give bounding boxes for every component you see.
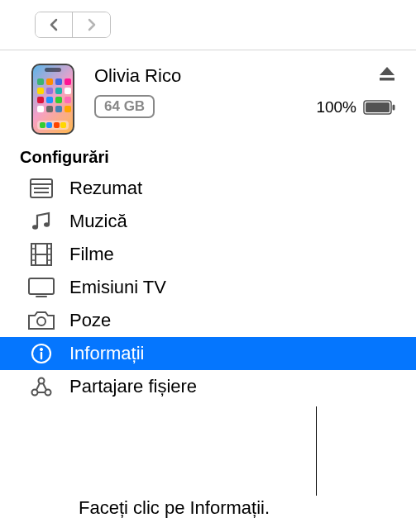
- sidebar-item-label: Informații: [69, 343, 144, 364]
- svg-point-24: [40, 348, 42, 350]
- svg-point-27: [32, 390, 38, 396]
- svg-rect-0: [380, 78, 394, 81]
- svg-point-22: [37, 317, 45, 325]
- sidebar-item-label: Muzică: [69, 211, 127, 232]
- tv-icon: [28, 276, 55, 299]
- sidebar-item-summary[interactable]: Rezumat: [0, 172, 416, 205]
- back-button[interactable]: [36, 12, 73, 37]
- sidebar-item-music[interactable]: Muzică: [0, 205, 416, 238]
- apps-icon: [28, 375, 55, 398]
- sidebar-item-file-sharing[interactable]: Partajare fișiere: [0, 370, 416, 403]
- sidebar-item-movies[interactable]: Filme: [0, 238, 416, 271]
- sidebar-item-label: Poze: [69, 310, 111, 331]
- svg-point-8: [32, 225, 38, 230]
- camera-icon: [28, 309, 55, 332]
- eject-button[interactable]: [378, 65, 396, 85]
- device-name: Olivia Rico: [94, 65, 181, 87]
- svg-point-26: [39, 378, 45, 384]
- nav-buttons-group: [35, 12, 111, 38]
- sidebar-item-label: Filme: [69, 244, 114, 265]
- svg-line-30: [43, 383, 46, 390]
- toolbar: [0, 0, 416, 50]
- svg-point-9: [44, 222, 50, 227]
- svg-line-29: [36, 383, 40, 390]
- sidebar-item-label: Emisiuni TV: [69, 277, 166, 298]
- sidebar-item-info[interactable]: Informații: [0, 337, 416, 370]
- device-header: Olivia Rico 64 GB 100%: [0, 50, 416, 140]
- battery-percent: 100%: [316, 98, 356, 116]
- film-icon: [28, 243, 55, 266]
- sidebar-item-label: Partajare fișiere: [69, 376, 197, 397]
- callout-line: [316, 406, 317, 496]
- sidebar-list: Rezumat Muzică Filme Emisiuni TV Poze In…: [0, 172, 416, 403]
- storage-badge: 64 GB: [94, 95, 155, 118]
- summary-icon: [28, 177, 55, 200]
- chevron-right-icon: [86, 17, 98, 32]
- svg-point-28: [45, 390, 51, 396]
- sidebar-heading: Configurări: [0, 140, 416, 172]
- battery-status: 100%: [316, 98, 396, 116]
- device-thumbnail: [31, 64, 74, 135]
- svg-rect-3: [393, 105, 395, 111]
- info-icon: [28, 342, 55, 365]
- sidebar-item-label: Rezumat: [69, 178, 142, 199]
- music-icon: [28, 210, 55, 233]
- chevron-left-icon: [48, 17, 60, 32]
- callout-text: Faceți clic pe Informații.: [79, 497, 270, 519]
- battery-icon: [363, 100, 396, 115]
- sidebar-item-photos[interactable]: Poze: [0, 304, 416, 337]
- svg-rect-20: [29, 278, 54, 294]
- forward-button[interactable]: [73, 12, 110, 37]
- svg-rect-2: [366, 102, 390, 112]
- eject-icon: [378, 65, 396, 82]
- sidebar-item-tv[interactable]: Emisiuni TV: [0, 271, 416, 304]
